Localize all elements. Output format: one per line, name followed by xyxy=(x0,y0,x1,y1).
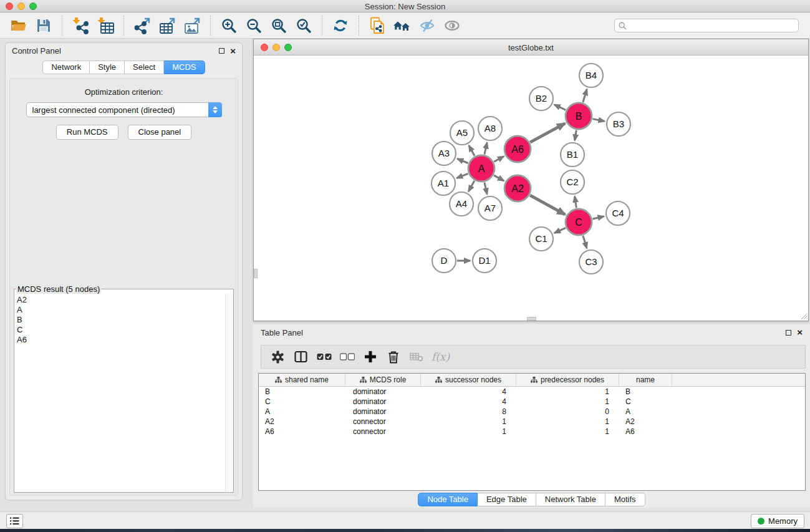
tab-motifs[interactable]: Motifs xyxy=(605,493,645,506)
edge-C-C4[interactable] xyxy=(593,216,604,219)
edge-A-A2[interactable] xyxy=(494,175,504,181)
table-row[interactable]: A6connector11A6 xyxy=(259,427,805,437)
table-cell[interactable]: C xyxy=(259,397,345,407)
mcds-result-item[interactable]: A xyxy=(17,305,225,315)
node-A[interactable]: A xyxy=(468,155,494,181)
close-panel-button[interactable]: Close panel xyxy=(128,125,192,140)
import-table-button[interactable] xyxy=(94,16,117,36)
table-cell[interactable]: 1 xyxy=(421,427,516,437)
run-mcds-button[interactable]: Run MCDS xyxy=(56,125,118,140)
new-network-from-selection-button[interactable] xyxy=(366,16,388,36)
node-B2[interactable]: B2 xyxy=(529,87,553,110)
show-all-networks-button[interactable] xyxy=(391,16,413,36)
task-history-button[interactable] xyxy=(6,514,23,528)
mcds-list-scrollbar[interactable] xyxy=(225,294,233,492)
table-row[interactable]: Adominator80A xyxy=(259,407,805,417)
network-hscroll-thumb[interactable] xyxy=(527,317,536,321)
table-cell[interactable]: 8 xyxy=(421,407,516,417)
node-C1[interactable]: C1 xyxy=(529,227,553,251)
tab-style[interactable]: Style xyxy=(90,60,125,74)
column-header-predecessor-nodes[interactable]: predecessor nodes xyxy=(516,374,619,386)
column-header-name[interactable]: name xyxy=(619,374,672,386)
edge-A2-C[interactable] xyxy=(530,195,565,215)
tab-select[interactable]: Select xyxy=(125,60,164,74)
edge-C-C2[interactable] xyxy=(575,196,577,208)
edge-B-B1[interactable] xyxy=(575,130,577,141)
column-header-MCDS-role[interactable]: MCDS role xyxy=(345,374,421,386)
table-cell[interactable]: dominator xyxy=(345,397,421,407)
show-column-panel-button[interactable] xyxy=(289,347,312,366)
edge-A-A8[interactable] xyxy=(485,143,487,155)
tab-node-table[interactable]: Node Table xyxy=(418,493,478,506)
zoom-out-button[interactable] xyxy=(243,16,265,36)
table-close-panel-icon[interactable]: × xyxy=(797,329,803,336)
table-cell[interactable]: 1 xyxy=(516,427,619,437)
node-C4[interactable]: C4 xyxy=(606,201,630,225)
table-cell[interactable]: C xyxy=(619,397,672,407)
node-A3[interactable]: A3 xyxy=(432,142,456,165)
table-cell[interactable]: A2 xyxy=(259,417,345,427)
column-header-successor-nodes[interactable]: successor nodes xyxy=(421,374,516,386)
edge-C-C1[interactable] xyxy=(554,228,566,233)
show-selected-button[interactable] xyxy=(441,16,463,36)
node-B3[interactable]: B3 xyxy=(607,112,630,136)
optimization-criterion-select[interactable]: largest connected component (directed) xyxy=(26,102,222,117)
function-builder-button[interactable]: f(x) xyxy=(428,347,451,366)
mcds-result-item[interactable]: C xyxy=(17,325,225,335)
edge-C-C3[interactable] xyxy=(583,236,587,248)
table-cell[interactable]: 4 xyxy=(421,387,516,397)
node-C2[interactable]: C2 xyxy=(561,170,584,194)
tab-edge-table[interactable]: Edge Table xyxy=(478,493,536,506)
table-cell[interactable]: A xyxy=(619,407,672,417)
table-cell[interactable]: 1 xyxy=(516,397,619,407)
node-B4[interactable]: B4 xyxy=(579,64,603,87)
create-column-button[interactable] xyxy=(359,347,382,366)
tab-network[interactable]: Network xyxy=(42,60,90,74)
table-cell[interactable]: dominator xyxy=(345,387,421,397)
mcds-result-item[interactable]: A2 xyxy=(17,295,225,305)
delete-column-button[interactable] xyxy=(382,347,405,366)
import-network-button[interactable] xyxy=(69,16,92,36)
table-settings-button[interactable] xyxy=(266,347,289,366)
table-cell[interactable]: 0 xyxy=(516,407,619,417)
table-cell[interactable]: connector xyxy=(345,417,421,427)
tab-mcds[interactable]: MCDS xyxy=(164,60,205,74)
mcds-result-item[interactable]: B xyxy=(17,315,225,325)
node-A2[interactable]: A2 xyxy=(504,175,531,201)
zoom-fit-button[interactable] xyxy=(268,16,290,36)
deselect-all-columns-button[interactable] xyxy=(335,347,359,366)
memory-button[interactable]: Memory xyxy=(751,514,804,528)
node-A7[interactable]: A7 xyxy=(478,196,502,220)
zoom-in-button[interactable] xyxy=(218,16,240,36)
edge-B-B2[interactable] xyxy=(554,105,566,110)
open-file-button[interactable] xyxy=(7,16,30,36)
table-cell[interactable]: A6 xyxy=(619,427,672,437)
table-cell[interactable]: B xyxy=(619,387,672,397)
select-all-columns-button[interactable] xyxy=(312,347,335,366)
float-panel-icon[interactable] xyxy=(219,48,224,54)
node-C3[interactable]: C3 xyxy=(579,250,603,274)
edge-A-A4[interactable] xyxy=(468,181,474,191)
table-cell[interactable]: dominator xyxy=(345,407,421,417)
edge-B-B3[interactable] xyxy=(593,119,605,122)
node-A4[interactable]: A4 xyxy=(450,192,473,216)
table-cell[interactable]: 1 xyxy=(421,417,516,427)
node-D[interactable]: D xyxy=(432,249,456,273)
table-row[interactable]: Bdominator41B xyxy=(259,387,805,397)
table-cell[interactable]: 4 xyxy=(421,397,516,407)
table-cell[interactable]: A xyxy=(259,407,345,417)
table-row[interactable]: A2connector11A2 xyxy=(259,417,805,427)
mcds-result-item[interactable]: A6 xyxy=(17,335,225,345)
hide-selected-button[interactable] xyxy=(416,16,438,36)
zoom-selected-button[interactable] xyxy=(292,16,315,36)
edge-A-A7[interactable] xyxy=(485,183,487,195)
node-C[interactable]: C xyxy=(566,209,592,235)
tab-network-table[interactable]: Network Table xyxy=(536,493,605,506)
table-cell[interactable]: 1 xyxy=(516,387,619,397)
node-A8[interactable]: A8 xyxy=(478,117,502,140)
search-input[interactable] xyxy=(627,21,794,30)
network-vscroll-thumb[interactable] xyxy=(254,269,258,278)
edge-A6-B[interactable] xyxy=(530,123,565,142)
table-float-panel-icon[interactable] xyxy=(786,330,791,336)
node-B[interactable]: B xyxy=(566,103,592,129)
